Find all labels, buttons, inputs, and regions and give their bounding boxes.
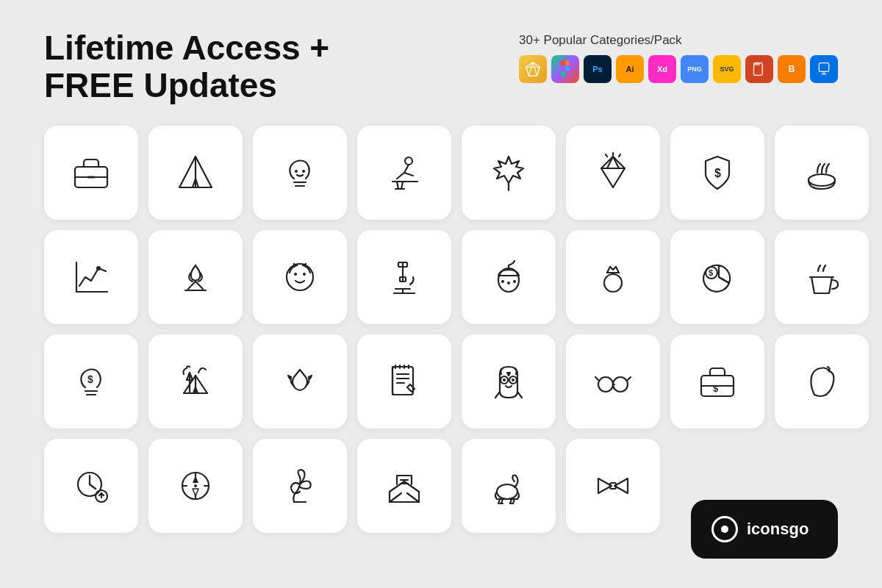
svg-line-93 [90, 484, 96, 489]
svg-line-87 [628, 377, 631, 380]
icon-notebook [357, 334, 451, 429]
icon-envelope [357, 439, 451, 533]
ppt-badge [745, 55, 773, 83]
svg-text:$: $ [713, 383, 719, 394]
svg-point-38 [96, 266, 101, 270]
icon-food-bowl [775, 126, 869, 220]
svg-text:$: $ [709, 268, 713, 277]
png-badge: PNG [681, 55, 709, 83]
brand-icon [711, 516, 738, 542]
svg-point-79 [512, 379, 514, 381]
icon-glasses [566, 334, 660, 429]
icon-line-chart [44, 230, 138, 324]
svg-point-83 [598, 377, 613, 392]
headline: Lifetime Access + FREE Updates [44, 29, 329, 104]
svg-marker-104 [193, 476, 198, 483]
icon-clock-arrow [44, 439, 138, 533]
svg-point-54 [507, 282, 510, 284]
icon-dollar-bulb: $ [44, 334, 138, 429]
icon-turkey [462, 439, 556, 533]
icon-campfire [148, 230, 243, 324]
sketch-badge [519, 55, 547, 83]
categories-text: 30+ Popular Categories/Pack [519, 33, 682, 48]
ps-badge: Ps [584, 55, 612, 83]
icon-coffee-cup [775, 230, 869, 324]
icon-bowtie [566, 439, 660, 533]
svg-point-43 [294, 273, 297, 276]
svg-point-78 [503, 379, 506, 381]
icon-acorn [462, 230, 556, 324]
icon-microscope [357, 230, 451, 324]
svg-line-32 [619, 154, 620, 157]
icon-campsite [148, 334, 243, 429]
icon-banana [775, 334, 869, 429]
icon-water-recycle [253, 334, 347, 429]
icon-briefcase-dollar: $ [670, 334, 764, 429]
icon-pie-chart: $ [670, 230, 764, 324]
brand-icon-inner [721, 526, 728, 533]
svg-point-23 [405, 157, 412, 165]
svg-rect-11 [819, 63, 828, 72]
svg-rect-10 [754, 63, 760, 65]
figma-badge [551, 55, 579, 83]
page: Lifetime Access + FREE Updates 30+ Popul… [0, 0, 882, 588]
icon-diamond [566, 126, 660, 220]
icon-shield-dollar: $ [670, 126, 764, 220]
svg-text:$: $ [87, 373, 93, 385]
svg-rect-5 [565, 60, 570, 66]
svg-point-42 [287, 264, 313, 290]
svg-badge: SVG [713, 55, 741, 83]
branding-badge: iconsgo [691, 500, 838, 559]
svg-rect-6 [561, 66, 565, 72]
icon-hand-plant [253, 439, 347, 533]
icon-tent [148, 126, 243, 220]
svg-marker-27 [601, 157, 625, 187]
svg-line-33 [606, 154, 607, 157]
svg-point-21 [295, 170, 298, 173]
icon-bulb-face [253, 126, 347, 220]
svg-line-81 [495, 392, 500, 398]
format-icons: Ps Ai Xd PNG SVG B [519, 55, 838, 83]
svg-line-86 [595, 377, 598, 380]
svg-point-22 [302, 170, 305, 173]
icon-recycle [253, 230, 347, 324]
xd-badge: Xd [648, 55, 676, 83]
svg-text:$: $ [714, 167, 721, 179]
svg-point-35 [808, 174, 835, 186]
icon-ring [566, 230, 660, 324]
svg-marker-80 [507, 373, 510, 376]
svg-line-40 [196, 282, 203, 289]
svg-line-39 [188, 282, 196, 289]
svg-marker-0 [526, 62, 539, 76]
icons-grid: $ [44, 126, 838, 533]
blogger-badge: B [778, 55, 806, 83]
svg-point-53 [501, 280, 504, 283]
icon-person-desk [357, 126, 451, 220]
svg-point-44 [303, 273, 306, 276]
header: Lifetime Access + FREE Updates 30+ Popul… [44, 29, 838, 104]
ai-badge: Ai [616, 55, 644, 83]
icon-compass [148, 439, 243, 533]
right-header: 30+ Popular Categories/Pack Ps Ai Xd PNG [519, 29, 838, 83]
svg-rect-8 [561, 71, 565, 77]
headline-line2: FREE Updates [44, 67, 329, 104]
brand-name: iconsgo [747, 520, 808, 539]
svg-point-55 [513, 280, 516, 283]
svg-point-7 [565, 66, 570, 71]
headline-line1: Lifetime Access + [44, 29, 329, 67]
svg-point-99 [194, 484, 197, 487]
icon-owl [462, 334, 556, 429]
icon-briefcase [44, 126, 138, 220]
svg-line-82 [517, 392, 522, 398]
icon-maple-leaf [462, 126, 556, 220]
svg-rect-4 [561, 60, 565, 66]
svg-point-56 [604, 274, 622, 292]
svg-marker-105 [193, 489, 198, 496]
keynote-badge [810, 55, 838, 83]
